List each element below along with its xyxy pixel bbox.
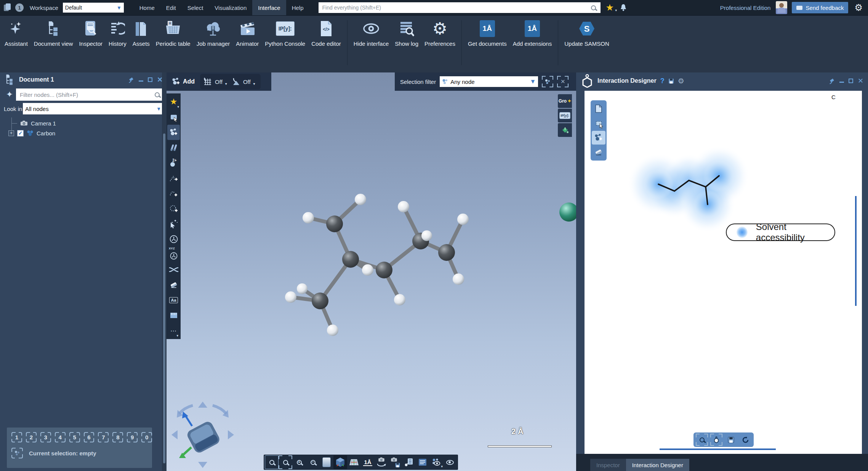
send-feedback-button[interactable]: Send feedback (792, 2, 848, 13)
annotation-button[interactable] (402, 455, 416, 469)
group-button[interactable]: Gro✦ (558, 94, 572, 108)
camera-orbit-button[interactable] (375, 455, 388, 469)
solvent-accessibility-legend[interactable]: Solvent accessibility (726, 223, 835, 241)
help-button[interactable]: ? (660, 77, 665, 85)
designer-canvas[interactable]: C (585, 91, 862, 454)
menu-select[interactable]: Select (182, 0, 209, 15)
ribbon-history[interactable]: History (109, 19, 127, 47)
menu-interface[interactable]: Interface (252, 0, 286, 15)
angle-snap-icon[interactable] (231, 77, 241, 86)
ring-tool-button[interactable] (167, 201, 180, 216)
grid-snap-icon[interactable] (203, 77, 213, 86)
quick-slot[interactable]: 6 (84, 432, 94, 442)
bond-tool-button[interactable] (167, 140, 180, 155)
designer-zoom-button[interactable] (696, 434, 708, 446)
angle-snap-state[interactable]: Off (243, 79, 251, 85)
quick-slot[interactable]: 9 (127, 432, 138, 442)
grid-snap-state[interactable]: Off (215, 79, 223, 85)
close-icon[interactable]: ✕ (858, 77, 863, 84)
settings-gear-icon[interactable]: ⚙ (854, 3, 863, 12)
quick-slot[interactable]: 3 (40, 432, 51, 442)
designer-settings-gear-icon[interactable]: ⚙ (678, 77, 684, 85)
designer-select-button[interactable] (592, 116, 605, 130)
notifications-bell-icon[interactable] (620, 4, 627, 11)
designer-save-button[interactable] (725, 434, 737, 446)
label-tool-button[interactable]: Aa (167, 293, 180, 308)
vertical-scrollbar[interactable] (855, 196, 857, 306)
curve-tool-button[interactable] (167, 186, 180, 201)
green-atom-sphere[interactable] (559, 203, 576, 222)
chain-tool-button[interactable] (167, 170, 180, 186)
presets-star-button[interactable]: ★▾ (167, 94, 180, 109)
move-tool-button[interactable] (167, 216, 180, 231)
ribbon-job-manager[interactable]: Job manager (197, 19, 230, 47)
grid-plane-button[interactable] (347, 455, 361, 469)
ribbon-update-samson[interactable]: S Update SAMSON (564, 19, 609, 47)
chevron-down-icon[interactable]: ▾ (225, 82, 227, 86)
ruler-scale-button[interactable]: 1Å (361, 455, 375, 469)
ribbon-code-editor[interactable]: </> Code editor (311, 19, 341, 47)
current-selection-icon[interactable] (11, 448, 23, 458)
workspace-select[interactable]: Default ▼ (63, 3, 124, 13)
eraser-tool-button[interactable] (167, 277, 180, 293)
global-search[interactable] (319, 2, 601, 13)
tree-node-label[interactable]: Camera 1 (31, 120, 56, 127)
zoom-out-button[interactable]: − (306, 455, 320, 469)
quick-slot[interactable]: 7 (98, 432, 109, 442)
quick-slot[interactable]: 4 (55, 432, 66, 442)
menu-edit[interactable]: Edit (160, 0, 182, 15)
ribbon-assistant[interactable]: Assistant (5, 19, 28, 47)
twist-tool-button[interactable] (167, 262, 180, 277)
chevron-down-icon[interactable]: ▾ (253, 82, 255, 86)
new-sketch-button[interactable] (592, 102, 605, 116)
quick-slot[interactable]: 1 (11, 432, 22, 442)
filter-assistant-icon[interactable]: ✦ (3, 90, 16, 100)
visibility-eye-button[interactable] (443, 455, 457, 469)
clear-filter-button[interactable]: ✕ (557, 76, 569, 87)
favorites-star-icon[interactable]: ★▾ (606, 3, 614, 12)
ipython-button[interactable]: IP[y]: (558, 109, 572, 122)
menu-help[interactable]: Help (286, 0, 309, 15)
pin-icon[interactable] (129, 77, 134, 82)
ribbon-animator[interactable]: Animator (236, 19, 259, 47)
documents-icon[interactable] (4, 3, 11, 12)
minimize-icon[interactable] (139, 80, 143, 82)
designer-fit-molecule-button[interactable] (710, 434, 722, 446)
snapshot-button[interactable] (388, 455, 402, 469)
quick-slot[interactable]: 5 (69, 432, 80, 442)
menu-home[interactable]: Home (134, 0, 160, 15)
molecule-sketch[interactable] (607, 121, 821, 281)
quick-slot[interactable]: 2 (26, 432, 37, 442)
carbon-atoms[interactable] (312, 215, 455, 309)
user-avatar[interactable] (776, 1, 787, 14)
pin-icon[interactable] (830, 78, 835, 84)
menu-visualization[interactable]: Visualization (209, 0, 252, 15)
ribbon-show-log[interactable]: Show log (395, 19, 418, 47)
navigation-gizmo[interactable] (168, 399, 237, 471)
node-visibility-button[interactable]: ▾ (429, 455, 443, 469)
quick-slot[interactable]: 0 (141, 432, 152, 442)
maximize-icon[interactable] (849, 79, 853, 83)
tree-row-camera[interactable]: Camera 1 (4, 118, 167, 128)
ribbon-assets[interactable]: Assets (133, 19, 150, 47)
add-button[interactable]: Add (169, 76, 198, 87)
tree-row-carbon[interactable]: + ✓ Carbon (4, 128, 167, 138)
zoom-in-button[interactable]: + (292, 455, 306, 469)
ribbon-document-view[interactable]: Document view (34, 19, 73, 47)
select-filtered-button[interactable] (542, 76, 553, 87)
background-button[interactable] (320, 455, 333, 469)
select-tool-button[interactable] (167, 109, 180, 125)
save-icon[interactable] (668, 78, 674, 84)
quick-slot[interactable]: 8 (112, 432, 123, 442)
look-in-select[interactable]: All nodes ▼ (23, 103, 163, 114)
search-input[interactable] (319, 5, 591, 11)
search-icon[interactable] (591, 5, 596, 10)
node-filter[interactable] (16, 88, 163, 101)
filter-search-icon[interactable] (155, 92, 160, 97)
tab-inspector[interactable]: Inspector (590, 459, 626, 471)
horizontal-scrollbar[interactable] (660, 448, 776, 450)
ribbon-inspector[interactable]: Inspector (79, 19, 102, 47)
rotate-tool-button[interactable] (167, 231, 180, 247)
measure-tool-button[interactable] (167, 308, 180, 323)
viewport-3d[interactable]: Add Off ▾ Off ▾ Selection filter Any nod… (167, 72, 576, 471)
